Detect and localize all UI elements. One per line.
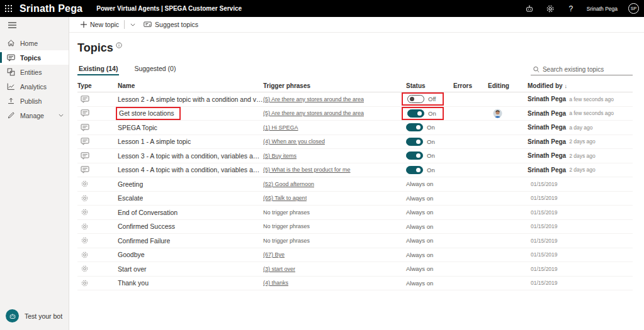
new-topic-dropdown-chevron[interactable] (126, 17, 140, 32)
table-row[interactable]: Get store locations (5) Are there any st… (77, 107, 633, 121)
status-label: Always on (406, 280, 433, 287)
no-trigger-phrases-text: No trigger phrases (263, 223, 310, 229)
status-toggle[interactable]: On (406, 151, 435, 160)
tab-existing[interactable]: Existing (14) (77, 63, 119, 75)
col-header-errors[interactable]: Errors (453, 82, 488, 89)
col-header-status[interactable]: Status (406, 82, 453, 89)
toggle-track[interactable] (407, 109, 424, 118)
modified-time: 01/15/2019 (531, 181, 558, 187)
table-row[interactable]: Lesson 4 - A topic with a condition, var… (77, 163, 633, 178)
topic-name[interactable]: Start over (118, 265, 147, 273)
toggle-knob[interactable] (416, 168, 421, 172)
suggest-topics-button[interactable]: Suggest topics (140, 17, 202, 32)
status-toggle[interactable]: On (406, 166, 435, 174)
sidebar-item-publish[interactable]: Publish (0, 94, 69, 108)
status-toggle[interactable]: On (406, 138, 435, 146)
sidebar-item-analytics[interactable]: Analytics (0, 79, 69, 94)
toggle-knob[interactable] (416, 125, 421, 129)
topic-name[interactable]: Thank you (118, 279, 149, 287)
account-avatar[interactable]: SP (628, 3, 639, 14)
trigger-phrase-link[interactable]: (4) thanks (263, 280, 288, 286)
col-header-trigger[interactable]: Trigger phrases (263, 82, 406, 89)
trigger-phrase-link[interactable]: (1) Hi SPEGA (263, 124, 298, 131)
table-row[interactable]: Lesson 3 - A topic with a condition, var… (77, 149, 633, 163)
new-topic-button[interactable]: New topic (77, 17, 123, 32)
status-toggle[interactable]: On (402, 107, 444, 120)
topics-table-body: Lesson 2 - A simple topic with a conditi… (77, 92, 633, 290)
table-row[interactable]: Escalate (65) Talk to agent Always on (77, 192, 633, 206)
topic-name[interactable]: Escalate (118, 194, 143, 202)
trigger-phrase-link[interactable]: (5) Are there any stores around the area (263, 96, 364, 102)
toggle-track[interactable] (406, 166, 423, 174)
table-row[interactable]: Thank you (4) thanks Always on (77, 277, 633, 291)
col-header-type[interactable]: Type (77, 82, 118, 89)
status-always-on: Always on (406, 195, 433, 202)
tab-suggested[interactable]: Suggested (0) (133, 63, 177, 75)
trigger-phrase-link[interactable]: (3) start over (263, 266, 295, 272)
topic-name[interactable]: End of Conversation (118, 209, 178, 216)
status-toggle[interactable]: On (406, 123, 435, 131)
table-row[interactable]: Confirmed Failure No trigger phrases Alw… (77, 234, 633, 248)
toggle-track[interactable] (406, 151, 423, 160)
modified-by-name: Srinath Pega (528, 124, 566, 131)
sidebar-item-manage[interactable]: Manage (0, 108, 69, 123)
topic-name[interactable]: Lesson 4 - A topic with a condition, var… (118, 166, 263, 173)
toggle-knob[interactable] (410, 97, 414, 101)
system-topic-gear-icon (81, 279, 89, 287)
sidebar-item-home[interactable]: Home (0, 36, 69, 50)
topic-name[interactable]: Lesson 1 - A simple topic (118, 138, 191, 145)
trigger-phrase-link[interactable]: (67) Bye (263, 251, 285, 258)
trigger-phrase-link[interactable]: (5) Buy items (263, 153, 297, 159)
topic-name[interactable]: Greeting (118, 180, 143, 188)
topic-name[interactable]: Confirmed Failure (118, 237, 170, 245)
col-header-editing[interactable]: Editing (488, 82, 528, 89)
modified-time: 2 days ago (569, 167, 596, 173)
search-icon (533, 66, 539, 73)
trigger-phrase-link[interactable]: (5) What is the best product for me (263, 167, 351, 173)
status-label: Always on (406, 209, 433, 216)
settings-gear-icon[interactable] (545, 4, 555, 14)
table-row[interactable]: Goodbye (67) Bye Always on (77, 248, 633, 263)
search-input[interactable] (543, 66, 631, 73)
col-header-modified[interactable]: Modified by↓ (528, 82, 633, 89)
status-toggle[interactable]: Off (402, 92, 444, 106)
bot-logo-name[interactable]: Srinath Pega (20, 3, 82, 14)
search-box[interactable] (531, 65, 633, 75)
col-header-name[interactable]: Name (118, 82, 263, 89)
topic-name[interactable]: SPEGA Topic (118, 124, 157, 131)
help-icon[interactable]: ? (566, 4, 576, 14)
trigger-phrase-link[interactable]: (4) When are you closed (263, 138, 325, 145)
waffle-menu-icon[interactable] (0, 0, 17, 17)
table-row[interactable]: Lesson 2 - A simple topic with a conditi… (77, 92, 633, 107)
topic-name[interactable]: Lesson 3 - A topic with a condition, var… (118, 152, 263, 160)
toggle-knob[interactable] (416, 153, 421, 158)
topic-name[interactable]: Lesson 2 - A simple topic with a conditi… (118, 96, 263, 103)
toggle-knob[interactable] (417, 111, 422, 116)
trigger-phrase-link[interactable]: (52) Good afternoon (263, 181, 314, 187)
topic-name[interactable]: Goodbye (118, 251, 145, 258)
table-row[interactable]: Confirmed Success No trigger phrases Alw… (77, 220, 633, 234)
entities-icon (6, 68, 15, 76)
topic-name[interactable]: Get store locations (116, 107, 181, 120)
trigger-phrase-link[interactable]: (65) Talk to agent (263, 195, 307, 201)
modified-time: 01/15/2019 (531, 209, 558, 216)
table-row[interactable]: Lesson 1 - A simple topic (4) When are y… (77, 135, 633, 150)
table-row[interactable]: SPEGA Topic (1) Hi SPEGA On (77, 121, 633, 135)
table-row[interactable]: Greeting (52) Good afternoon Always on (77, 177, 633, 192)
toggle-track[interactable] (406, 123, 423, 131)
table-row[interactable]: End of Conversation No trigger phrases A… (77, 206, 633, 220)
info-icon[interactable] (116, 42, 122, 48)
sort-descending-icon: ↓ (565, 83, 568, 89)
user-topic-chat-icon (81, 124, 89, 131)
table-row[interactable]: Start over (3) start over Always on (77, 262, 633, 277)
toggle-track[interactable] (407, 95, 424, 103)
toggle-knob[interactable] (416, 140, 421, 144)
toggle-track[interactable] (406, 138, 423, 146)
trigger-phrase-link[interactable]: (5) Are there any stores around the area (263, 110, 364, 116)
bot-icon[interactable] (524, 4, 534, 14)
sidebar-item-entities[interactable]: Entities (0, 65, 69, 79)
test-your-bot-button[interactable]: Test your bot (0, 309, 69, 330)
hamburger-menu-icon[interactable] (0, 17, 69, 33)
sidebar-item-topics[interactable]: Topics (0, 50, 69, 65)
topic-name[interactable]: Confirmed Success (118, 223, 175, 230)
